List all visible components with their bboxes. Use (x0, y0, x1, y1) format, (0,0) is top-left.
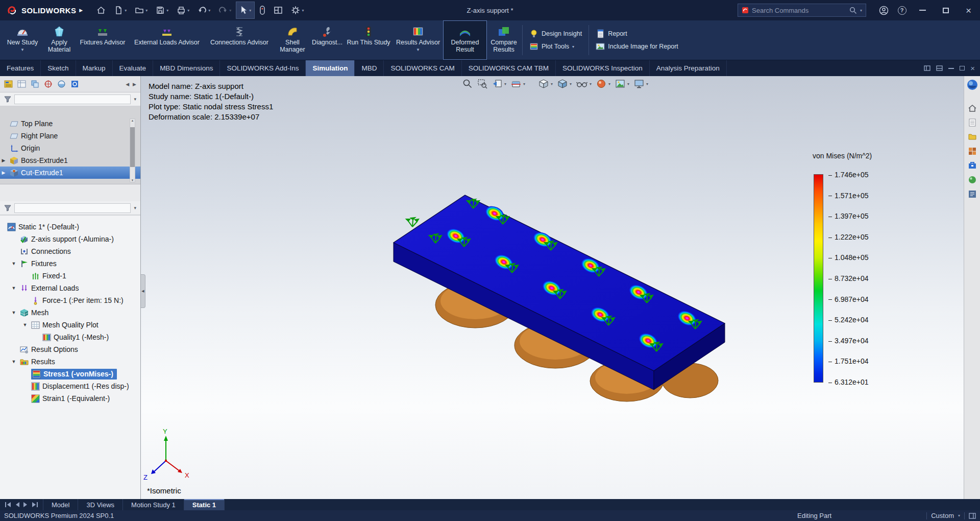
apply-scene-icon[interactable] (615, 79, 625, 89)
toolbox-icon[interactable] (968, 161, 977, 170)
collapse-icon[interactable]: ▼ (10, 310, 17, 315)
scroll-down-icon[interactable]: ▼ (130, 179, 135, 182)
scrollbar-thumb[interactable] (130, 127, 135, 167)
tab-markup[interactable]: Markup (76, 60, 113, 76)
undo-button[interactable]: ▾ (194, 2, 214, 19)
report-button[interactable]: Report (596, 29, 678, 38)
prev-tab-icon[interactable] (15, 502, 19, 507)
display-style-icon[interactable] (557, 79, 568, 89)
custom-properties-icon[interactable] (968, 190, 977, 199)
design-insight-button[interactable]: Design Insight (529, 29, 582, 38)
status-units-selector[interactable]: Custom (931, 512, 954, 519)
appearances-icon[interactable] (968, 175, 977, 184)
view-settings-icon[interactable] (634, 79, 644, 89)
scroll-up-icon[interactable]: ▲ (130, 119, 135, 122)
expand-icon[interactable]: ▶ (0, 170, 7, 175)
save-button[interactable]: ▾ (152, 2, 172, 19)
collapse-icon[interactable]: ▼ (10, 261, 17, 266)
tree-item-quality1[interactable]: Quality1 (-Mesh-) (0, 331, 140, 343)
command-search[interactable]: ▾ (738, 4, 866, 17)
statusbar-panel-icon[interactable] (969, 513, 976, 519)
tree-item-external-loads[interactable]: ▼External Loads (0, 282, 140, 294)
filter-dropdown-icon[interactable]: ▾ (134, 97, 136, 102)
doc-tab-static-1[interactable]: Static 1 (184, 499, 225, 510)
search-input[interactable] (752, 7, 846, 14)
doc-tab-3d-views[interactable]: 3D Views (78, 499, 123, 510)
close-button[interactable]: × (957, 0, 980, 20)
tree-item-mesh-quality-plot[interactable]: ▼Mesh Quality Plot (0, 319, 140, 331)
first-tab-icon[interactable] (5, 502, 11, 507)
tab-solidworks-add-ins[interactable]: SOLIDWORKS Add-Ins (220, 60, 306, 76)
open-button[interactable]: ▾ (131, 2, 151, 19)
zoom-fit-icon[interactable] (462, 79, 473, 89)
tab-analysis-preparation[interactable]: Analysis Preparation (650, 60, 727, 76)
tab-mbd-dimensions[interactable]: MBD Dimensions (153, 60, 220, 76)
external-loads-advisor-button[interactable]: External Loads Advisor (130, 20, 204, 60)
tree-item-mesh[interactable]: ▼Mesh (0, 306, 140, 319)
compare-results-button[interactable]: Compare Results (487, 20, 521, 60)
login-button[interactable] (874, 0, 893, 20)
file-explorer-icon[interactable] (968, 132, 977, 141)
tree-item-results[interactable]: ▼Results (0, 356, 140, 368)
section-view-icon[interactable] (511, 79, 521, 89)
tree-item-boss-extrude1[interactable]: ▶Boss-Extrude1 (0, 154, 140, 167)
deformed-result-button[interactable]: Deformed Result (443, 20, 487, 60)
tab-features[interactable]: Features (0, 60, 41, 76)
options-button[interactable]: ▾ (287, 2, 307, 19)
logo-flyout-arrow-icon[interactable]: ▶ (79, 8, 83, 13)
child-minimize-icon[interactable] (948, 68, 954, 69)
configurationmanager-icon[interactable] (31, 80, 39, 88)
last-tab-icon[interactable] (32, 502, 38, 507)
tree-item-displacement1[interactable]: Displacement1 (-Res disp-) (0, 380, 140, 392)
redo-button[interactable]: ▾ (215, 2, 235, 19)
tree-item-cut-extrude1[interactable]: ▶Cut-Extrude1 (0, 167, 140, 179)
tree-item-force1[interactable]: Force-1 (:Per item: 15 N:) (0, 294, 140, 306)
featuremanager-tree-icon[interactable] (4, 80, 13, 88)
solidworks-logo[interactable]: SOLIDWORKS ▶ (0, 5, 87, 16)
tab-solidworks-inspection[interactable]: SOLIDWORKS Inspection (556, 60, 650, 76)
previous-view-icon[interactable] (492, 79, 502, 89)
child-restore-icon[interactable] (960, 66, 965, 70)
view-orientation-icon[interactable] (538, 79, 549, 89)
units-dropdown-icon[interactable]: ▾ (958, 513, 960, 518)
tab-mbd[interactable]: MBD (355, 60, 384, 76)
tree-scrollbar[interactable]: ▲ ▼ (130, 119, 135, 182)
tree-item-origin[interactable]: Origin (0, 142, 140, 154)
feature-tree-filter-field[interactable] (14, 94, 131, 104)
shell-manager-button[interactable]: Shell Manager (275, 20, 310, 60)
whats-new-icon[interactable] (968, 118, 977, 127)
tree-item-result-options[interactable]: Result Options (0, 343, 140, 356)
tree-item-fixed1[interactable]: Fixed-1 (0, 270, 140, 282)
filter-dropdown-icon[interactable]: ▾ (134, 205, 136, 210)
displaymanager-icon[interactable] (57, 80, 66, 88)
display-panes-button[interactable] (270, 2, 286, 19)
hide-show-items-icon[interactable] (576, 79, 587, 89)
plot-tools-button[interactable]: Plot Tools ▾ (529, 42, 582, 51)
results-advisor-button[interactable]: Results Advisor ▼ (393, 20, 443, 60)
diagnostics-button[interactable]: Diagnost... (310, 20, 344, 60)
pane-split-icon[interactable] (936, 65, 943, 71)
panel-scroll-left-icon[interactable]: ◀ (126, 82, 129, 87)
panel-collapse-handle[interactable]: ◀ (141, 274, 145, 308)
maximize-button[interactable] (934, 0, 957, 20)
pane-preview-icon[interactable] (924, 65, 930, 71)
zoom-area-icon[interactable] (477, 79, 487, 89)
task-home-icon[interactable] (968, 104, 977, 113)
tree-item-right-plane[interactable]: Right Plane (0, 130, 140, 142)
sw-resources-icon[interactable] (967, 79, 978, 90)
include-image-for-report-button[interactable]: Include Image for Report (596, 42, 678, 51)
edit-appearance-icon[interactable] (596, 79, 606, 89)
collapse-icon[interactable]: ▼ (10, 359, 17, 364)
plot-tools-dropdown-icon[interactable]: ▾ (572, 44, 574, 49)
tree-item-stress1[interactable]: Stress1 (-vonMises-) (0, 368, 140, 380)
doc-tab-motion-study-1[interactable]: Motion Study 1 (123, 499, 184, 510)
tab-solidworks-cam[interactable]: SOLIDWORKS CAM (384, 60, 461, 76)
new-study-button[interactable]: New Study ▼ (2, 20, 43, 60)
dimxpertmanager-icon[interactable] (44, 80, 53, 88)
tab-sketch[interactable]: Sketch (41, 60, 76, 76)
fixtures-advisor-button[interactable]: Fixtures Advisor (76, 20, 130, 60)
minimize-button[interactable] (911, 0, 934, 20)
cam-tree-icon[interactable] (70, 80, 79, 88)
tree-item-connections[interactable]: Connections (0, 245, 140, 257)
child-close-icon[interactable]: × (970, 64, 975, 72)
